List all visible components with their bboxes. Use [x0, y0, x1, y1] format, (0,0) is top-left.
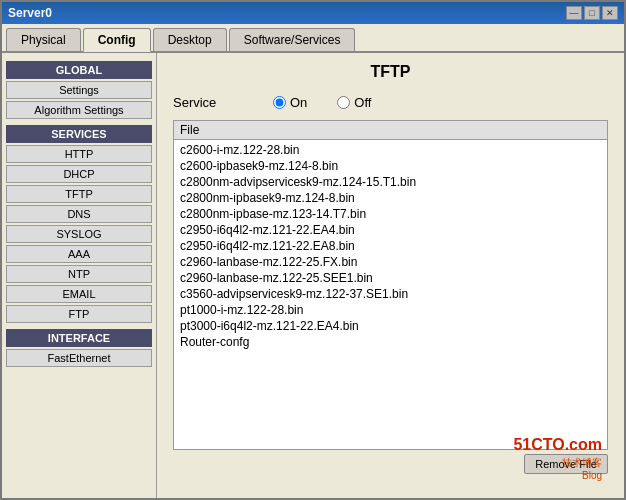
radio-on-input[interactable] — [273, 96, 286, 109]
radio-on-label: On — [290, 95, 307, 110]
file-item[interactable]: c2600-ipbasek9-mz.124-8.bin — [180, 158, 601, 174]
close-button[interactable]: ✕ — [602, 6, 618, 20]
maximize-button[interactable]: □ — [584, 6, 600, 20]
watermark-line1: 51CTO.com — [513, 435, 602, 456]
radio-off-input[interactable] — [337, 96, 350, 109]
sidebar-item-email[interactable]: EMAIL — [6, 285, 152, 303]
watermark-line2: 技术博客 — [513, 456, 602, 469]
tab-config[interactable]: Config — [83, 28, 151, 52]
file-item[interactable]: c2800nm-advipservicesk9-mz.124-15.T1.bin — [180, 174, 601, 190]
file-item[interactable]: Router-confg — [180, 334, 601, 350]
window-title: Server0 — [8, 6, 52, 20]
service-row: Service On Off — [173, 95, 608, 110]
radio-on[interactable]: On — [273, 95, 307, 110]
file-item[interactable]: c2950-i6q4l2-mz.121-22.EA8.bin — [180, 238, 601, 254]
sidebar-item-dns[interactable]: DNS — [6, 205, 152, 223]
sidebar-item-settings[interactable]: Settings — [6, 81, 152, 99]
file-item[interactable]: c2960-lanbase-mz.122-25.FX.bin — [180, 254, 601, 270]
radio-group: On Off — [273, 95, 371, 110]
file-list-header: File — [174, 121, 607, 140]
sidebar-item-dhcp[interactable]: DHCP — [6, 165, 152, 183]
tab-bar: Physical Config Desktop Software/Service… — [2, 24, 624, 53]
tab-physical[interactable]: Physical — [6, 28, 81, 51]
sidebar-item-ntp[interactable]: NTP — [6, 265, 152, 283]
sidebar-item-ftp[interactable]: FTP — [6, 305, 152, 323]
radio-off[interactable]: Off — [337, 95, 371, 110]
sidebar-section-services: SERVICES — [6, 125, 152, 143]
file-item[interactable]: c2800nm-ipbasek9-mz.124-8.bin — [180, 190, 601, 206]
file-section: File c2600-i-mz.122-28.binc2600-ipbasek9… — [173, 120, 608, 478]
watermark-line3: Blog — [513, 469, 602, 482]
file-item[interactable]: pt3000-i6q4l2-mz.121-22.EA4.bin — [180, 318, 601, 334]
sidebar: GLOBAL Settings Algorithm Settings SERVI… — [2, 53, 157, 498]
radio-off-label: Off — [354, 95, 371, 110]
file-item[interactable]: pt1000-i-mz.122-28.bin — [180, 302, 601, 318]
minimize-button[interactable]: — — [566, 6, 582, 20]
file-list[interactable]: c2600-i-mz.122-28.binc2600-ipbasek9-mz.1… — [174, 140, 607, 446]
sidebar-item-aaa[interactable]: AAA — [6, 245, 152, 263]
file-list-container: File c2600-i-mz.122-28.binc2600-ipbasek9… — [173, 120, 608, 450]
tab-software-services[interactable]: Software/Services — [229, 28, 356, 51]
file-item[interactable]: c2600-i-mz.122-28.bin — [180, 142, 601, 158]
sidebar-section-global: GLOBAL — [6, 61, 152, 79]
main-panel: TFTP Service On Off File — [157, 53, 624, 498]
file-item[interactable]: c2800nm-ipbase-mz.123-14.T7.bin — [180, 206, 601, 222]
content-area: GLOBAL Settings Algorithm Settings SERVI… — [2, 53, 624, 498]
sidebar-item-http[interactable]: HTTP — [6, 145, 152, 163]
file-item[interactable]: c3560-advipservicesk9-mz.122-37.SE1.bin — [180, 286, 601, 302]
sidebar-item-algorithm-settings[interactable]: Algorithm Settings — [6, 101, 152, 119]
sidebar-item-fastethernet[interactable]: FastEthernet — [6, 349, 152, 367]
sidebar-section-interface: INTERFACE — [6, 329, 152, 347]
watermark: 51CTO.com 技术博客 Blog — [513, 435, 602, 482]
main-window: Server0 — □ ✕ Physical Config Desktop So… — [0, 0, 626, 500]
tab-desktop[interactable]: Desktop — [153, 28, 227, 51]
window-controls: — □ ✕ — [566, 6, 618, 20]
sidebar-item-syslog[interactable]: SYSLOG — [6, 225, 152, 243]
panel-title: TFTP — [173, 63, 608, 81]
service-label: Service — [173, 95, 253, 110]
sidebar-item-tftp[interactable]: TFTP — [6, 185, 152, 203]
file-item[interactable]: c2950-i6q4l2-mz.121-22.EA4.bin — [180, 222, 601, 238]
file-item[interactable]: c2960-lanbase-mz.122-25.SEE1.bin — [180, 270, 601, 286]
title-bar: Server0 — □ ✕ — [2, 2, 624, 24]
